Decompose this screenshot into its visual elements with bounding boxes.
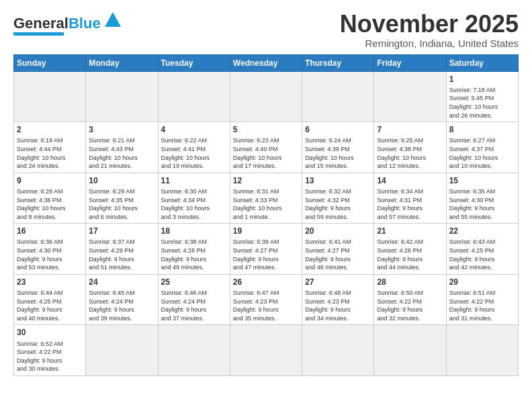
day-info: Sunrise: 6:42 AM Sunset: 4:26 PM Dayligh… [377,238,443,271]
header-wednesday: Wednesday [230,54,302,71]
day-info: Sunrise: 6:46 AM Sunset: 4:24 PM Dayligh… [161,289,227,322]
day-info: Sunrise: 6:31 AM Sunset: 4:33 PM Dayligh… [233,187,299,221]
table-row [302,325,374,376]
day-info: Sunrise: 6:45 AM Sunset: 4:24 PM Dayligh… [89,289,154,322]
day-number: 27 [305,277,371,287]
header-thursday: Thursday [302,54,374,71]
day-number: 26 [233,277,299,287]
table-row [158,71,230,122]
day-info: Sunrise: 6:24 AM Sunset: 4:39 PM Dayligh… [305,136,371,170]
table-row: 22Sunrise: 6:43 AM Sunset: 4:25 PM Dayli… [446,224,518,275]
logo-text: GeneralBlue [13,16,101,31]
table-row [230,71,302,122]
day-number: 8 [449,124,515,135]
table-row: 25Sunrise: 6:46 AM Sunset: 4:24 PM Dayli… [158,274,230,325]
day-number: 28 [377,277,443,287]
day-number: 23 [17,277,83,287]
day-info: Sunrise: 6:39 AM Sunset: 4:27 PM Dayligh… [233,238,299,271]
day-info: Sunrise: 6:44 AM Sunset: 4:25 PM Dayligh… [17,289,83,322]
table-row: 3Sunrise: 6:21 AM Sunset: 4:43 PM Daylig… [86,122,158,173]
day-number: 11 [161,175,227,186]
table-row [374,325,446,376]
day-number: 2 [17,124,83,135]
day-info: Sunrise: 6:32 AM Sunset: 4:32 PM Dayligh… [305,187,371,221]
logo-triangle-icon [103,11,122,30]
table-row: 20Sunrise: 6:41 AM Sunset: 4:27 PM Dayli… [302,224,374,275]
table-row: 15Sunrise: 6:35 AM Sunset: 4:30 PM Dayli… [446,173,518,224]
calendar-subtitle: Remington, Indiana, United States [340,38,519,49]
table-row [14,71,86,122]
table-row: 11Sunrise: 6:30 AM Sunset: 4:34 PM Dayli… [158,173,230,224]
title-block: November 2025 Remington, Indiana, United… [340,11,519,49]
svg-marker-0 [105,12,121,27]
day-number: 9 [17,175,83,186]
table-row [86,71,158,122]
day-number: 10 [89,175,154,186]
table-row: 5Sunrise: 6:23 AM Sunset: 4:40 PM Daylig… [230,122,302,173]
logo-bar [13,32,64,36]
day-info: Sunrise: 7:18 AM Sunset: 5:45 PM Dayligh… [449,86,515,120]
day-info: Sunrise: 6:25 AM Sunset: 4:38 PM Dayligh… [377,136,443,170]
table-row: 24Sunrise: 6:45 AM Sunset: 4:24 PM Dayli… [86,274,158,325]
day-number: 24 [89,277,154,287]
table-row: 30Sunrise: 6:52 AM Sunset: 4:22 PM Dayli… [14,325,86,376]
table-row: 27Sunrise: 6:48 AM Sunset: 4:23 PM Dayli… [302,274,374,325]
day-info: Sunrise: 6:37 AM Sunset: 4:29 PM Dayligh… [89,238,154,271]
day-number: 16 [17,226,83,236]
calendar-table: Sunday Monday Tuesday Wednesday Thursday… [13,54,519,376]
logo: GeneralBlue [13,11,122,36]
header: GeneralBlue November 2025 Remington, Ind… [13,11,519,49]
day-number: 6 [305,124,371,135]
day-info: Sunrise: 6:28 AM Sunset: 4:36 PM Dayligh… [17,187,83,221]
header-friday: Friday [374,54,446,71]
table-row: 4Sunrise: 6:22 AM Sunset: 4:41 PM Daylig… [158,122,230,173]
day-number: 22 [449,226,515,236]
table-row: 2Sunrise: 6:19 AM Sunset: 4:44 PM Daylig… [14,122,86,173]
header-sunday: Sunday [14,54,86,71]
table-row [302,71,374,122]
day-number: 29 [449,277,515,287]
day-info: Sunrise: 6:29 AM Sunset: 4:35 PM Dayligh… [89,187,154,221]
day-number: 18 [161,226,227,236]
day-number: 7 [377,124,443,135]
day-number: 20 [305,226,371,236]
day-info: Sunrise: 6:43 AM Sunset: 4:25 PM Dayligh… [449,238,515,271]
day-info: Sunrise: 6:22 AM Sunset: 4:41 PM Dayligh… [161,136,227,170]
day-info: Sunrise: 6:47 AM Sunset: 4:23 PM Dayligh… [233,289,299,322]
logo-accent: Blue [69,15,101,32]
day-info: Sunrise: 6:51 AM Sunset: 4:22 PM Dayligh… [449,289,515,322]
table-row: 18Sunrise: 6:38 AM Sunset: 4:28 PM Dayli… [158,224,230,275]
day-info: Sunrise: 6:52 AM Sunset: 4:22 PM Dayligh… [17,340,83,373]
day-info: Sunrise: 6:48 AM Sunset: 4:23 PM Dayligh… [305,289,371,322]
table-row [158,325,230,376]
day-info: Sunrise: 6:19 AM Sunset: 4:44 PM Dayligh… [17,136,83,170]
table-row: 21Sunrise: 6:42 AM Sunset: 4:26 PM Dayli… [374,224,446,275]
day-info: Sunrise: 6:34 AM Sunset: 4:31 PM Dayligh… [377,187,443,221]
day-info: Sunrise: 6:41 AM Sunset: 4:27 PM Dayligh… [305,238,371,271]
day-number: 3 [89,124,154,135]
day-number: 17 [89,226,154,236]
table-row: 29Sunrise: 6:51 AM Sunset: 4:22 PM Dayli… [446,274,518,325]
table-row [86,325,158,376]
header-saturday: Saturday [446,54,518,71]
day-number: 14 [377,175,443,186]
table-row: 12Sunrise: 6:31 AM Sunset: 4:33 PM Dayli… [230,173,302,224]
header-monday: Monday [86,54,158,71]
weekday-header-row: Sunday Monday Tuesday Wednesday Thursday… [14,54,519,71]
table-row: 19Sunrise: 6:39 AM Sunset: 4:27 PM Dayli… [230,224,302,275]
table-row: 6Sunrise: 6:24 AM Sunset: 4:39 PM Daylig… [302,122,374,173]
table-row: 10Sunrise: 6:29 AM Sunset: 4:35 PM Dayli… [86,173,158,224]
table-row: 17Sunrise: 6:37 AM Sunset: 4:29 PM Dayli… [86,224,158,275]
table-row [446,325,518,376]
header-tuesday: Tuesday [158,54,230,71]
table-row: 26Sunrise: 6:47 AM Sunset: 4:23 PM Dayli… [230,274,302,325]
table-row: 16Sunrise: 6:36 AM Sunset: 4:30 PM Dayli… [14,224,86,275]
day-info: Sunrise: 6:35 AM Sunset: 4:30 PM Dayligh… [449,187,515,221]
day-number: 12 [233,175,299,186]
table-row: 7Sunrise: 6:25 AM Sunset: 4:38 PM Daylig… [374,122,446,173]
day-info: Sunrise: 6:27 AM Sunset: 4:37 PM Dayligh… [449,136,515,170]
day-info: Sunrise: 6:50 AM Sunset: 4:22 PM Dayligh… [377,289,443,322]
page: GeneralBlue November 2025 Remington, Ind… [0,0,532,411]
day-info: Sunrise: 6:36 AM Sunset: 4:30 PM Dayligh… [17,238,83,271]
day-number: 30 [17,327,83,338]
